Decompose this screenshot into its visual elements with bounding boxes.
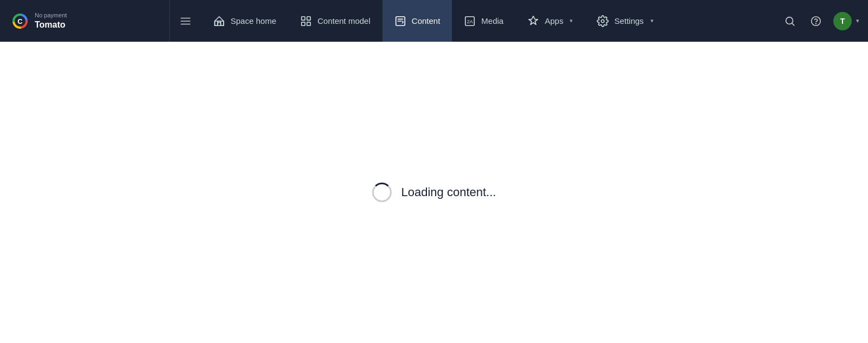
brand[interactable]: C No payment Tomato: [0, 0, 170, 42]
nav-item-space-home[interactable]: Space home: [201, 0, 288, 42]
brand-name: Tomato: [35, 20, 67, 30]
help-button[interactable]: [803, 0, 829, 42]
loading-text: Loading content...: [401, 185, 496, 199]
main-content: Loading content...: [0, 42, 868, 343]
loading-spinner: [372, 183, 392, 202]
hamburger-button[interactable]: [170, 0, 201, 42]
content-icon: [394, 15, 406, 27]
nav-label-settings: Settings: [614, 16, 643, 25]
nav-label-content: Content: [412, 16, 441, 25]
hamburger-icon: [180, 15, 192, 27]
brand-text: No payment Tomato: [35, 12, 67, 29]
media-icon: 2A: [464, 15, 476, 27]
navbar: C No payment Tomato Space home: [0, 0, 868, 42]
nav-item-content[interactable]: Content: [382, 0, 452, 42]
avatar[interactable]: T: [833, 12, 852, 30]
nav-label-space-home: Space home: [231, 16, 276, 25]
content-model-icon: [300, 15, 312, 27]
svg-text:C: C: [17, 17, 23, 25]
search-button[interactable]: [777, 0, 803, 42]
brand-logo: C: [11, 12, 29, 30]
avatar-letter: T: [840, 17, 845, 25]
nav-right: T ▾: [777, 0, 868, 42]
search-icon: [784, 15, 796, 27]
loading-container: Loading content...: [372, 183, 496, 202]
svg-rect-9: [307, 22, 310, 25]
svg-rect-5: [215, 21, 224, 25]
svg-rect-7: [307, 16, 310, 20]
nav-label-apps: Apps: [545, 16, 563, 25]
apps-chevron-icon: ▾: [570, 17, 573, 24]
nav-label-media: Media: [481, 16, 503, 25]
nav-items: Space home Content model Content: [201, 0, 777, 42]
avatar-chevron-icon[interactable]: ▾: [856, 17, 864, 24]
svg-rect-6: [302, 16, 305, 20]
svg-point-16: [816, 23, 816, 24]
help-icon: [810, 15, 822, 27]
settings-icon: [597, 15, 609, 27]
nav-item-content-model[interactable]: Content model: [288, 0, 382, 42]
nav-item-apps[interactable]: Apps ▾: [515, 0, 585, 42]
nav-item-media[interactable]: 2A Media: [452, 0, 515, 42]
apps-icon: [527, 15, 539, 27]
svg-text:2A: 2A: [467, 18, 474, 24]
nav-label-content-model: Content model: [317, 16, 371, 25]
brand-subtitle: No payment: [35, 12, 67, 19]
nav-item-settings[interactable]: Settings ▾: [585, 0, 665, 42]
svg-rect-8: [302, 22, 305, 25]
settings-chevron-icon: ▾: [650, 17, 654, 24]
svg-point-13: [602, 20, 605, 23]
home-icon: [213, 15, 225, 27]
